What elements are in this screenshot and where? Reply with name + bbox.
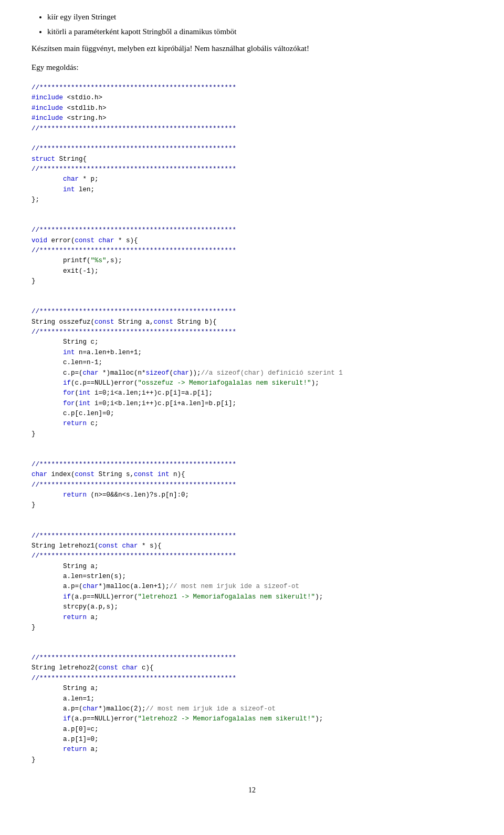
code-section: //**************************************… (32, 83, 472, 765)
instruction-text: Készítsen main függvényt, melyben ezt ki… (32, 42, 472, 55)
code-content: //**************************************… (32, 83, 472, 765)
solution-label: Egy megoldás: (32, 61, 472, 74)
bullet-2: kitörli a paraméterként kapott Stringből… (47, 25, 472, 38)
bullet-1: kiír egy ilyen Stringet (47, 11, 472, 23)
page-number: 12 (32, 786, 472, 795)
intro-section: kiír egy ilyen Stringet kitörli a paramé… (32, 11, 472, 74)
